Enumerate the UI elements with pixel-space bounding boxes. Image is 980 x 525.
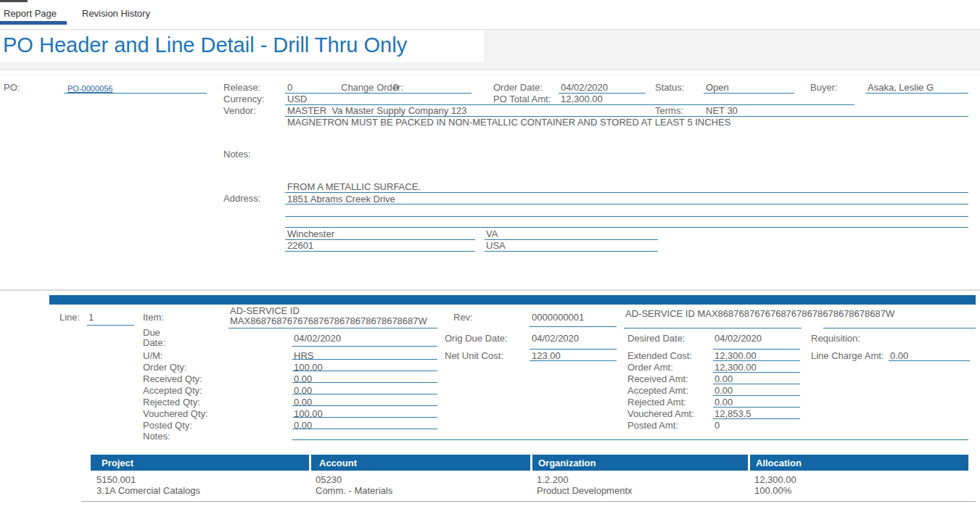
zip-value: 22601 xyxy=(287,240,313,251)
status-value: Open xyxy=(706,82,729,93)
line-notes-label: Notes: xyxy=(143,431,170,442)
rejected-qty-label: Rejected Qty: xyxy=(143,397,200,408)
field-underline xyxy=(285,239,475,240)
cell-project-name: 3.1A Comercial Catalogs xyxy=(96,485,200,496)
field-underline xyxy=(485,251,658,252)
order-date-label: Order Date: xyxy=(493,82,543,93)
vouchered-amt-value: 12,853.5 xyxy=(715,408,752,419)
section-separator xyxy=(0,289,980,291)
notes-text-line1: MAGNETRON MUST BE PACKED IN NON-METALLIC… xyxy=(287,117,730,128)
received-qty-label: Received Qty: xyxy=(143,373,202,384)
field-underline xyxy=(713,360,800,361)
desired-date-value: 04/02/2020 xyxy=(715,333,762,344)
field-underline xyxy=(713,395,800,396)
field-underline xyxy=(285,93,472,94)
field-underline xyxy=(292,429,437,429)
accepted-amt-label: Accepted Amt: xyxy=(627,385,688,396)
buyer-value: Asaka, Leslie G xyxy=(868,82,934,93)
field-underline xyxy=(713,349,800,350)
field-underline xyxy=(485,239,658,240)
line-value: 1 xyxy=(88,312,94,323)
terms-value: NET 30 xyxy=(706,105,738,116)
field-underline xyxy=(624,328,802,328)
field-underline xyxy=(704,93,794,94)
column-header-account: Account xyxy=(319,458,357,468)
vouchered-amt-label: Vouchered Amt: xyxy=(627,408,694,419)
field-underline xyxy=(889,360,970,361)
field-underline xyxy=(713,384,800,384)
extended-cost-value: 12,300.00 xyxy=(715,350,757,361)
requisition-label: Requisition: xyxy=(811,333,860,344)
order-amt-label: Order Amt: xyxy=(627,362,673,373)
field-underline xyxy=(292,371,437,371)
item-value: AD-SERVICE ID MAX86876876767687678678678… xyxy=(230,306,442,326)
rejected-amt-label: Rejected Amt: xyxy=(627,397,686,408)
order-qty-label: Order Qty: xyxy=(143,362,187,373)
field-underline xyxy=(292,405,437,406)
item-description: AD-SERVICE ID MAX86876876767687678678678… xyxy=(625,308,894,319)
po-total-amt-label: PO Total Amt: xyxy=(493,94,551,104)
cell-project-code: 5150.001 xyxy=(96,474,136,485)
vendor-label: Vendor: xyxy=(223,105,256,116)
field-underline xyxy=(713,407,800,408)
table-bottom-border xyxy=(81,501,976,502)
change-order-value: 0 xyxy=(393,82,398,93)
active-tab-underline xyxy=(0,21,67,25)
field-underline xyxy=(292,439,968,440)
orig-due-date-value: 04/02/2020 xyxy=(532,333,579,344)
extended-cost-label: Extended Cost: xyxy=(627,350,692,361)
tab-revision-history[interactable]: Revision History xyxy=(82,8,150,19)
report-page: Report Page Revision History PO Header a… xyxy=(0,0,980,525)
due-date-value: 04/02/2020 xyxy=(294,333,341,344)
field-underline xyxy=(228,328,437,328)
column-header-allocation: Allocation xyxy=(756,458,802,468)
currency-label: Currency: xyxy=(223,94,264,104)
po-total-amt-value: 12,300.00 xyxy=(561,94,603,104)
field-underline xyxy=(292,382,437,383)
cell-account-name: Comm. - Materials xyxy=(316,485,392,496)
field-underline xyxy=(285,216,968,217)
rev-label: Rev: xyxy=(453,312,473,323)
field-underline xyxy=(530,360,617,361)
received-amt-value: 0.00 xyxy=(715,373,733,384)
um-label: U/M: xyxy=(143,350,162,361)
line-label: Line: xyxy=(59,312,80,323)
tab-report-page[interactable]: Report Page xyxy=(4,8,57,19)
address-label: Address: xyxy=(223,193,260,204)
top-edge-fragment xyxy=(0,0,28,2)
cell-organization-name: Product Developmentx xyxy=(537,485,633,496)
rev-value: 0000000001 xyxy=(532,312,584,323)
notes-label: Notes: xyxy=(223,149,251,160)
cell-allocation-amount: 12,300.00 xyxy=(754,474,796,485)
terms-label: Terms: xyxy=(655,105,683,116)
cell-allocation-percent: 100.00% xyxy=(754,485,791,496)
field-underline xyxy=(713,418,800,419)
status-label: Status: xyxy=(655,82,684,93)
divider xyxy=(0,75,980,75)
field-underline xyxy=(285,227,968,228)
page-title: PO Header and Line Detail - Drill Thru O… xyxy=(3,33,407,57)
field-underline xyxy=(292,359,437,360)
field-underline xyxy=(292,417,437,418)
cell-account-code: 05230 xyxy=(316,474,342,485)
field-underline xyxy=(823,328,976,328)
column-header-organization: Organization xyxy=(538,458,596,468)
field-underline xyxy=(87,325,134,326)
state-value: VA xyxy=(486,228,498,239)
net-unit-cost-label: Net Unit Cost: xyxy=(445,350,503,361)
field-underline xyxy=(285,204,968,204)
buyer-label: Buyer: xyxy=(810,82,838,93)
country-value: USA xyxy=(486,240,506,251)
vendor-value: MASTER Va Master Supply Company 123 xyxy=(287,105,467,116)
accepted-qty-label: Accepted Qty: xyxy=(143,385,202,396)
po-label: PO: xyxy=(4,82,20,93)
cell-organization-code: 1.2.200 xyxy=(537,474,568,485)
field-underline xyxy=(292,346,437,347)
orig-due-date-label: Orig Due Date: xyxy=(445,333,508,344)
desired-date-label: Desired Date: xyxy=(627,333,685,344)
received-amt-label: Received Amt: xyxy=(627,373,688,384)
order-date-value: 04/02/2020 xyxy=(561,82,608,93)
rejected-amt-value: 0.00 xyxy=(715,397,733,408)
po-number-link[interactable]: PO-0000056 xyxy=(67,84,112,93)
city-value: Winchester xyxy=(287,228,334,239)
